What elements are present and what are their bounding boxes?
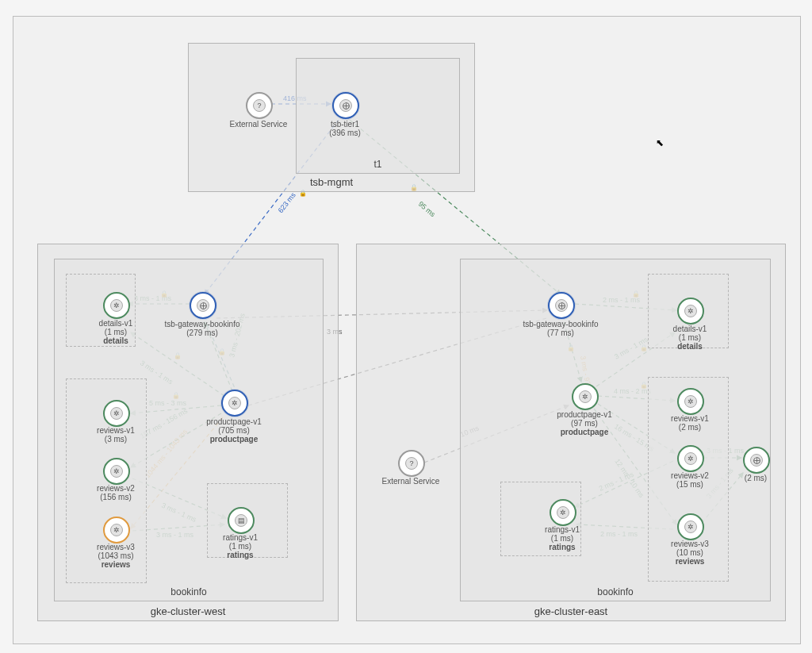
gear-icon: ✲ — [110, 299, 123, 312]
gear-icon: ✲ — [110, 407, 123, 420]
svg-text:95 ms: 95 ms — [417, 200, 438, 219]
node-label: (2 ms) — [708, 474, 803, 482]
gear-icon: ✲ — [228, 397, 241, 409]
node-west-details[interactable]: ✲ — [103, 292, 130, 319]
group-t1: t1 — [296, 58, 460, 174]
doc-icon: ▤ — [235, 514, 247, 527]
gear-icon: ✲ — [579, 390, 592, 403]
node-label: details-v1(1 ms)details — [642, 325, 737, 351]
gear-icon: ✲ — [684, 520, 697, 533]
group-label: gke-cluster-west — [38, 605, 338, 617]
node-east-gateway[interactable]: ⨁ — [548, 292, 575, 319]
node-east-productpage[interactable]: ✲ — [572, 383, 599, 410]
node-label: tsb-tier1(396 ms) — [297, 120, 393, 137]
node-label: reviews-v3(10 ms)reviews — [642, 540, 737, 566]
group-label: bookinfo — [461, 586, 770, 597]
gear-icon: ✲ — [684, 452, 697, 465]
question-icon: ? — [405, 457, 418, 470]
node-label: tsb-gateway-bookinfo(77 ms) — [513, 320, 608, 337]
globe-icon: ⨁ — [197, 299, 209, 312]
node-tsb-tier1[interactable]: ⨁ — [332, 92, 359, 119]
node-west-gateway[interactable]: ⨁ — [190, 292, 216, 319]
group-label: gke-cluster-east — [357, 605, 785, 617]
group-label: t1 — [297, 159, 459, 170]
node-west-productpage[interactable]: ✲ — [221, 390, 248, 417]
node-label: ratings-v1(1 ms)ratings — [193, 533, 288, 559]
service-mesh-topology-diagram: 416 ms 623 ms 🔒 95 ms 🔒 3 ms - 1 ms 🔒 3 … — [0, 0, 812, 653]
node-label: External Service — [363, 477, 458, 486]
gear-icon: ✲ — [110, 465, 123, 478]
node-west-reviews-v2[interactable]: ✲ — [103, 458, 130, 485]
node-label: productpage-v1(97 ms)productpage — [537, 410, 632, 436]
mouse-cursor-icon: ⬉ — [656, 137, 664, 148]
node-east-ratings[interactable]: ✲ — [550, 499, 576, 526]
node-label: productpage-v1(705 ms)productpage — [186, 417, 282, 444]
gear-icon: ✲ — [110, 524, 123, 536]
gear-icon: ✲ — [684, 305, 697, 317]
group-label: bookinfo — [55, 586, 323, 597]
globe-icon: ⨁ — [339, 99, 352, 112]
node-label: details-v1(1 ms)details — [68, 319, 163, 345]
node-east-extra[interactable]: ⨁ — [743, 447, 770, 474]
question-icon: ? — [253, 99, 266, 112]
node-label: reviews-v3(1043 ms)reviews — [68, 543, 163, 569]
node-label: reviews-v1(2 ms) — [642, 414, 737, 432]
globe-icon: ⨁ — [555, 299, 568, 312]
node-east-reviews-v2[interactable]: ✲ — [677, 445, 704, 472]
gear-icon: ✲ — [684, 395, 697, 408]
diagram-canvas: 416 ms 623 ms 🔒 95 ms 🔒 3 ms - 1 ms 🔒 3 … — [13, 16, 801, 644]
node-label: External Service — [211, 120, 306, 129]
node-east-reviews-v1[interactable]: ✲ — [677, 388, 704, 415]
node-west-ratings[interactable]: ▤ — [228, 507, 255, 534]
group-tsb-mgmt: tsb-mgmt t1 — [188, 43, 475, 192]
node-west-reviews-v1[interactable]: ✲ — [103, 400, 130, 427]
node-east-details[interactable]: ✲ — [677, 298, 704, 325]
node-external-service-east[interactable]: ? — [398, 450, 425, 477]
node-external-service-top[interactable]: ? — [246, 92, 273, 119]
node-label: reviews-v1(3 ms) — [68, 426, 163, 444]
node-west-reviews-v3[interactable]: ✲ — [103, 517, 130, 544]
node-label: reviews-v2(156 ms) — [68, 484, 163, 501]
svg-text:623 ms: 623 ms — [277, 190, 297, 214]
globe-icon: ⨁ — [750, 454, 763, 467]
node-label: ratings-v1(1 ms)ratings — [515, 525, 610, 551]
node-label: tsb-gateway-bookinfo(279 ms) — [155, 320, 250, 337]
group-label: tsb-mgmt — [189, 176, 474, 188]
gear-icon: ✲ — [557, 506, 569, 519]
node-east-reviews-v3[interactable]: ✲ — [677, 513, 704, 540]
